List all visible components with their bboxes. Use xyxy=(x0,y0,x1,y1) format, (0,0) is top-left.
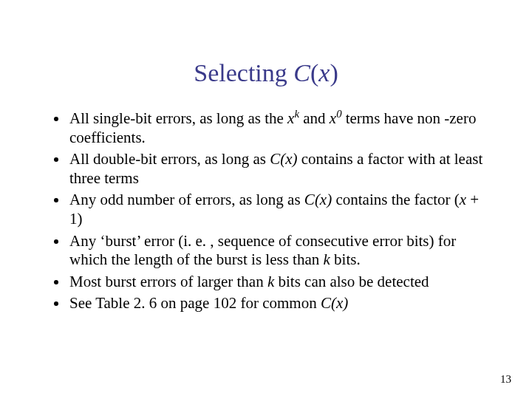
text: All double-bit errors, as long as xyxy=(69,150,270,168)
var-x: x xyxy=(330,109,336,127)
page-number: 13 xyxy=(500,373,511,386)
title-fn-open: ( xyxy=(310,59,318,86)
var-k: k xyxy=(324,250,330,268)
text: bits can also be detected xyxy=(274,273,429,290)
text: See Table 2. 6 on page 102 for common xyxy=(69,294,321,312)
list-item: Most burst errors of larger than k bits … xyxy=(68,273,488,292)
text: Most burst errors of larger than xyxy=(69,273,267,290)
list-item: All double-bit errors, as long as C(x) c… xyxy=(68,150,488,188)
text: contains the factor ( xyxy=(332,191,460,208)
bullet-list: All single-bit errors, as long as the xk… xyxy=(52,108,488,313)
var-x: x xyxy=(460,191,466,208)
fn-of-x: (x) xyxy=(331,294,348,312)
fn-C: C xyxy=(304,191,315,208)
title-fn-C: C xyxy=(293,59,310,86)
title-fn-close: ) xyxy=(330,59,338,86)
title-text: Selecting xyxy=(194,59,293,86)
slide-title: Selecting C(x) xyxy=(44,59,488,87)
list-item: Any odd number of errors, as long as C(x… xyxy=(68,191,488,228)
fn-of-x: (x) xyxy=(315,191,332,208)
text: bits. xyxy=(330,250,361,268)
text: Any ‘burst’ error (i. e. , sequence of c… xyxy=(69,232,456,269)
text: and xyxy=(299,109,330,127)
title-fn-x: x xyxy=(318,59,330,86)
slide: Selecting C(x) All single-bit errors, as… xyxy=(0,0,532,399)
text: Any odd number of errors, as long as xyxy=(69,191,304,208)
list-item: See Table 2. 6 on page 102 for common C(… xyxy=(68,294,488,313)
text: All single-bit errors, as long as the xyxy=(69,109,287,127)
var-k: k xyxy=(267,273,274,290)
fn-C: C xyxy=(321,294,331,312)
list-item: All single-bit errors, as long as the xk… xyxy=(68,108,488,147)
fn-C: C xyxy=(270,150,280,168)
list-item: Any ‘burst’ error (i. e. , sequence of c… xyxy=(68,232,488,270)
fn-of-x: (x) xyxy=(280,150,297,168)
